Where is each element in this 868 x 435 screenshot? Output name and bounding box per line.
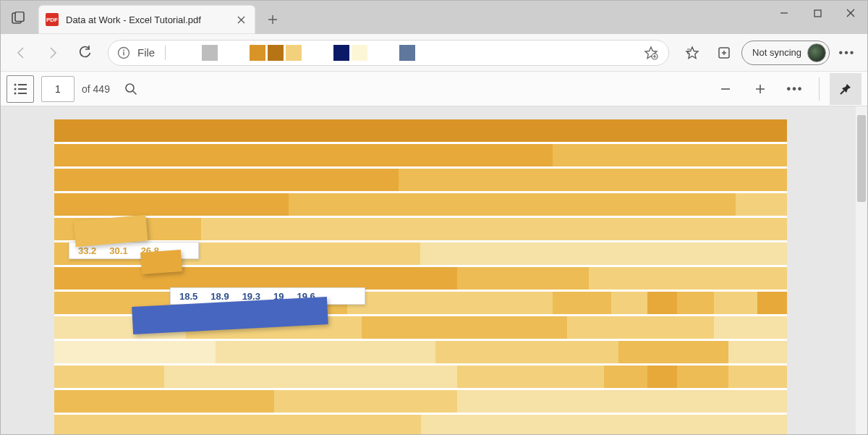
profile-sync-label: Not syncing [752,47,801,58]
zoom-out-button[interactable] [712,75,739,103]
title-bar: PDF Data at Work - Excel Tutorial.pdf [1,1,867,34]
favicon-swatch-group-b [333,45,367,61]
reload-button[interactable] [70,38,99,67]
minimize-button[interactable] [767,1,801,25]
pdf-page: 33.2 30.1 26.8 18.5 18.9 19.3 19 19.6 [54,119,787,434]
zoom-in-button[interactable] [746,75,774,103]
vertical-scrollbar[interactable] [856,106,867,434]
site-info-icon[interactable] [117,46,130,59]
page-number-input[interactable] [41,76,75,102]
forward-button[interactable] [38,38,67,67]
address-divider [165,46,166,60]
svg-point-8 [14,83,17,85]
cover-overlay-yellow-b [140,250,182,274]
address-bar[interactable]: File [108,40,669,66]
profile-avatar-icon [807,43,826,62]
svg-rect-2 [814,10,821,17]
svg-rect-9 [18,84,27,85]
new-tab-button[interactable] [260,7,286,33]
close-window-button[interactable] [834,1,867,25]
favicon-swatch-group-c [399,45,415,61]
tab-actions-button[interactable] [4,4,33,33]
favorites-button[interactable] [678,38,707,67]
back-button[interactable] [7,38,35,67]
more-actions-button[interactable]: ••• [781,75,809,103]
svg-rect-5 [123,51,124,55]
svg-point-14 [126,84,134,92]
maximize-button[interactable] [801,1,834,25]
svg-rect-13 [18,93,27,94]
favicon-swatch-grey [202,45,218,61]
profile-button[interactable]: Not syncing [741,41,830,65]
contents-toggle-button[interactable] [7,75,34,103]
page-count-label: of 449 [82,83,110,95]
collections-button[interactable] [710,38,739,67]
tab-title: Data at Work - Excel Tutorial.pdf [66,14,226,25]
svg-rect-11 [18,88,27,90]
pdf-viewport[interactable]: 33.2 30.1 26.8 18.5 18.9 19.3 19 19.6 [1,106,867,434]
address-scheme-label: File [137,46,155,59]
browser-tab[interactable]: PDF Data at Work - Excel Tutorial.pdf [38,5,255,34]
svg-point-4 [123,49,124,51]
pin-toolbar-button[interactable] [830,73,861,105]
svg-rect-1 [15,12,24,22]
window-controls [767,1,867,25]
tab-close-button[interactable] [234,12,248,27]
favicon-swatch-group-a [250,45,302,61]
svg-point-10 [14,88,17,90]
add-favorite-button[interactable] [642,44,660,62]
browser-toolbar: File [1,34,867,72]
scrollbar-thumb[interactable] [857,115,866,202]
svg-point-12 [14,92,17,94]
settings-menu-button[interactable]: ••• [833,38,861,67]
find-button[interactable] [117,75,145,103]
pdf-icon: PDF [46,13,59,26]
pdf-toolbar: of 449 ••• [1,72,867,106]
